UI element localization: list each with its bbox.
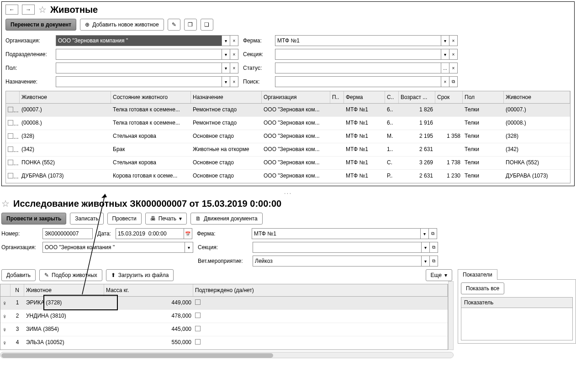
- org-combo[interactable]: ▾ ×: [56, 35, 238, 46]
- clear-icon[interactable]: ×: [230, 63, 238, 73]
- back-button[interactable]: ←: [5, 5, 18, 15]
- farm-combo[interactable]: ▾ ×: [275, 35, 458, 46]
- num-input[interactable]: [42, 228, 93, 239]
- dropdown-icon[interactable]: ▾: [222, 49, 230, 60]
- table-row[interactable]: ♀ПОНКА (552)Стельная короваОсновное стад…: [6, 157, 570, 170]
- row-checkbox[interactable]: [8, 120, 13, 125]
- section-combo[interactable]: ▾ ×: [275, 49, 458, 60]
- dropdown-icon[interactable]: ▾: [222, 63, 230, 73]
- clear-icon[interactable]: ×: [449, 35, 458, 46]
- copy-button[interactable]: ❐: [184, 19, 197, 31]
- dropdown-icon[interactable]: ▾: [422, 256, 430, 267]
- add-row-button[interactable]: Добавить: [1, 269, 36, 281]
- indicators-tab[interactable]: Показатели: [458, 269, 497, 280]
- dept-combo[interactable]: ▾ ×: [56, 49, 238, 60]
- col-conf[interactable]: Подтверждено (да/нет): [193, 284, 448, 296]
- col-animal[interactable]: Животное: [20, 91, 111, 103]
- col-n[interactable]: N: [11, 284, 24, 296]
- col-animal[interactable]: Животное: [24, 284, 104, 296]
- sex-combo[interactable]: ▾ ×: [56, 63, 238, 73]
- purpose-combo[interactable]: ▾ ×: [56, 76, 238, 87]
- col-age[interactable]: Возраст ...: [399, 91, 435, 103]
- section-input[interactable]: [253, 242, 422, 253]
- confirm-checkbox[interactable]: [195, 339, 201, 345]
- search-combo[interactable]: × ⧉: [275, 76, 458, 87]
- table-row[interactable]: ♀ДУБРАВА (1073)Корова готовая к осеме...…: [6, 170, 570, 183]
- favorite-icon[interactable]: ☆: [1, 198, 10, 209]
- clear-icon[interactable]: ×: [230, 35, 238, 46]
- save-button[interactable]: Записать: [70, 213, 103, 225]
- col-state[interactable]: Состояние животного: [111, 91, 191, 103]
- forward-button[interactable]: →: [22, 5, 35, 15]
- table-row[interactable]: ♀2УНДИНА (3810)478,000: [0, 310, 448, 323]
- dropdown-icon[interactable]: ▾: [421, 228, 429, 239]
- purpose-input[interactable]: [56, 76, 222, 87]
- post-button[interactable]: Провести: [107, 213, 142, 225]
- col-s[interactable]: С..: [385, 91, 399, 103]
- col-term[interactable]: Срок: [435, 91, 463, 103]
- table-row[interactable]: ♀(00007.)Телка готовая к осемене...Ремон…: [6, 104, 570, 117]
- row-checkbox[interactable]: [8, 146, 13, 152]
- show-all-button[interactable]: Показать все: [461, 282, 504, 294]
- clear-icon[interactable]: ×: [441, 76, 449, 87]
- dept-input[interactable]: [56, 49, 222, 60]
- event-input[interactable]: [253, 256, 422, 267]
- add-animal-button[interactable]: ⊕ Добавить новое животное: [80, 19, 164, 31]
- calendar-icon[interactable]: 📅: [184, 228, 192, 239]
- table-row[interactable]: ♀3ЗИМА (3854)445,000: [0, 323, 448, 336]
- dropdown-icon[interactable]: ▾: [222, 76, 230, 87]
- indicator-col[interactable]: Показатель: [461, 298, 572, 308]
- dropdown-icon[interactable]: ▾: [441, 35, 449, 46]
- print-button[interactable]: 🖶 Печать ▾: [145, 213, 187, 225]
- status-input[interactable]: [275, 63, 441, 73]
- vertical-scrollbar[interactable]: [448, 281, 454, 350]
- farm-input[interactable]: [252, 228, 421, 239]
- post-close-button[interactable]: Провести и закрыть: [1, 213, 66, 225]
- clear-icon[interactable]: ×: [449, 63, 458, 73]
- popup-icon[interactable]: ⧉: [429, 228, 437, 239]
- confirm-checkbox[interactable]: [195, 299, 201, 305]
- popup-icon[interactable]: ⧉: [449, 76, 458, 87]
- table-row[interactable]: ♀(00008.)Телка готовая к осемене...Ремон…: [6, 117, 570, 130]
- splitter[interactable]: ...: [0, 188, 576, 195]
- confirm-checkbox[interactable]: [195, 313, 201, 318]
- farm-input[interactable]: [275, 35, 441, 46]
- section-input[interactable]: [275, 49, 441, 60]
- org-input[interactable]: [56, 35, 222, 46]
- table-row[interactable]: ♀(328)Стельная короваОсновное стадоООО "…: [6, 130, 570, 143]
- load-file-button[interactable]: ⬆ Загрузить из файла: [106, 269, 174, 281]
- row-checkbox[interactable]: [8, 133, 13, 139]
- col-purpose[interactable]: Назначение: [191, 91, 262, 103]
- col-sex[interactable]: Пол: [463, 91, 504, 103]
- col-p[interactable]: П..: [330, 91, 344, 103]
- sex-input[interactable]: [56, 63, 222, 73]
- movements-button[interactable]: 🗎 Движения документа: [190, 213, 263, 225]
- popup-icon[interactable]: ⧉: [430, 242, 438, 253]
- row-checkbox[interactable]: [8, 160, 13, 165]
- col-farm[interactable]: Ферма: [344, 91, 385, 103]
- dropdown-icon[interactable]: ▾: [441, 49, 449, 60]
- col-mass[interactable]: Масса кг.: [104, 284, 193, 296]
- table-row[interactable]: ♀(342)БракЖивотные на откормеООО "Зернов…: [6, 143, 570, 157]
- clear-icon[interactable]: ×: [230, 76, 238, 87]
- dropdown-icon[interactable]: ▾: [422, 242, 430, 253]
- favorite-icon[interactable]: ☆: [38, 4, 47, 15]
- table-row[interactable]: ♀1ЭРИКА (3728)449,000: [0, 297, 448, 310]
- table-row[interactable]: ♀4ЭЛЬЗА (10052)550,000: [0, 336, 448, 350]
- clone-button[interactable]: ❏: [201, 19, 213, 31]
- pick-animals-button[interactable]: ✎ Подбор животных: [39, 269, 102, 281]
- col-animal2[interactable]: Животное: [504, 91, 570, 103]
- edit-button[interactable]: ✎: [168, 19, 180, 31]
- clear-icon[interactable]: ×: [449, 49, 458, 60]
- confirm-checkbox[interactable]: [195, 326, 201, 331]
- horizontal-scrollbar[interactable]: [0, 352, 454, 358]
- popup-icon[interactable]: ⧉: [430, 256, 438, 267]
- status-combo[interactable]: ... ×: [275, 63, 458, 73]
- row-checkbox[interactable]: [8, 173, 13, 178]
- more-icon[interactable]: ...: [441, 63, 449, 73]
- org-input[interactable]: [42, 242, 185, 253]
- clear-icon[interactable]: ×: [230, 49, 238, 60]
- col-org[interactable]: Организация: [262, 91, 330, 103]
- transfer-button[interactable]: Перенести в документ: [5, 19, 76, 31]
- row-checkbox[interactable]: [8, 107, 13, 112]
